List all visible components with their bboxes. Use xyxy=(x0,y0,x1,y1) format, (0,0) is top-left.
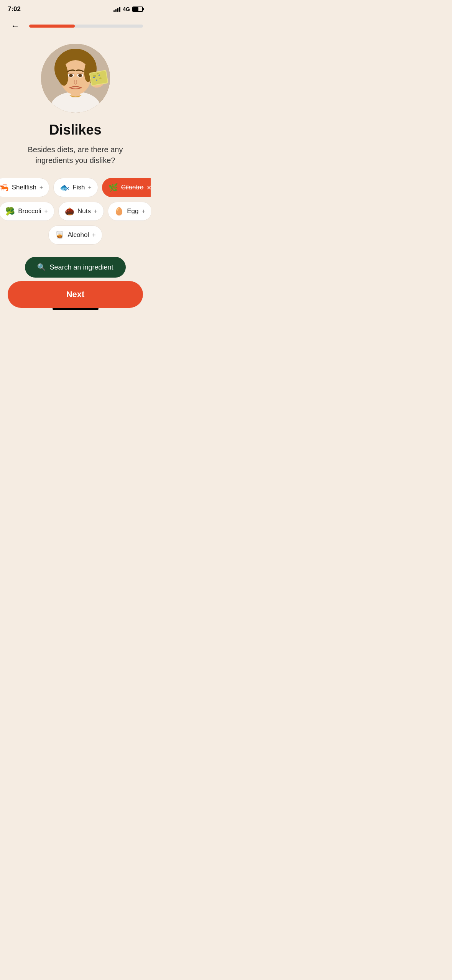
shellfish-label: Shellfish xyxy=(12,184,36,191)
cilantro-remove-icon: ✕ xyxy=(146,184,151,191)
cilantro-label: Cilantro xyxy=(121,184,144,191)
tags-row-3: 🥃 Alcohol + xyxy=(6,225,145,245)
shellfish-emoji: 🦐 xyxy=(0,183,9,192)
broccoli-add-icon: + xyxy=(44,208,48,215)
tags-row-2: 🥦 Broccoli + 🌰 Nuts + 🥚 Egg + xyxy=(6,202,145,221)
search-label: Search an ingredient xyxy=(49,263,113,271)
fish-add-icon: + xyxy=(88,184,91,191)
cilantro-emoji: 🌿 xyxy=(108,183,118,192)
home-indicator xyxy=(53,308,99,310)
svg-point-9 xyxy=(69,74,73,77)
alcohol-label: Alcohol xyxy=(67,231,89,239)
page-title: Dislikes xyxy=(9,122,141,138)
egg-add-icon: + xyxy=(142,208,145,215)
next-label: Next xyxy=(66,289,85,299)
nuts-add-icon: + xyxy=(94,208,97,215)
svg-point-10 xyxy=(78,74,82,77)
tags-container: 🦐 Shellfish + 🐟 Fish + 🌿 Cilantro ✕ 🥦 Br… xyxy=(0,178,151,245)
avatar-image xyxy=(41,44,110,113)
tag-fish[interactable]: 🐟 Fish + xyxy=(53,178,98,197)
alcohol-emoji: 🥃 xyxy=(55,230,64,240)
progress-bar xyxy=(29,25,143,28)
status-time: 7:02 xyxy=(8,5,21,13)
back-button[interactable]: ← xyxy=(8,18,23,34)
status-bar: 7:02 4G xyxy=(0,0,151,15)
page-subtitle: Besides diets, are there any ingredients… xyxy=(9,144,141,166)
title-section: Dislikes Besides diets, are there any in… xyxy=(0,122,151,178)
network-label: 4G xyxy=(123,6,130,12)
search-ingredient-button[interactable]: 🔍 Search an ingredient xyxy=(25,257,125,278)
tag-egg[interactable]: 🥚 Egg + xyxy=(108,202,151,221)
tags-row-1: 🦐 Shellfish + 🐟 Fish + 🌿 Cilantro ✕ xyxy=(6,178,145,197)
progress-bar-fill xyxy=(29,25,75,28)
status-icons: 4G xyxy=(113,6,143,12)
fish-emoji: 🐟 xyxy=(60,183,69,192)
tag-shellfish[interactable]: 🦐 Shellfish + xyxy=(0,178,49,197)
egg-label: Egg xyxy=(127,207,138,215)
fish-label: Fish xyxy=(72,184,85,191)
alcohol-add-icon: + xyxy=(92,232,95,238)
header: ← xyxy=(0,15,151,40)
broccoli-emoji: 🥦 xyxy=(5,207,15,216)
egg-emoji: 🥚 xyxy=(114,207,124,216)
signal-bars-icon xyxy=(113,7,120,12)
nuts-emoji: 🌰 xyxy=(65,207,74,216)
tag-cilantro[interactable]: 🌿 Cilantro ✕ xyxy=(102,178,151,197)
back-arrow-icon: ← xyxy=(11,21,20,31)
avatar xyxy=(41,44,110,113)
tag-broccoli[interactable]: 🥦 Broccoli + xyxy=(0,202,54,221)
battery-icon xyxy=(132,7,143,12)
broccoli-label: Broccoli xyxy=(18,207,41,215)
nuts-label: Nuts xyxy=(77,207,91,215)
tag-nuts[interactable]: 🌰 Nuts + xyxy=(58,202,104,221)
shellfish-add-icon: + xyxy=(39,184,43,191)
tag-alcohol[interactable]: 🥃 Alcohol + xyxy=(48,225,102,245)
next-button-container: Next xyxy=(0,281,151,327)
next-button[interactable]: Next xyxy=(8,281,143,308)
search-icon: 🔍 xyxy=(37,263,46,271)
